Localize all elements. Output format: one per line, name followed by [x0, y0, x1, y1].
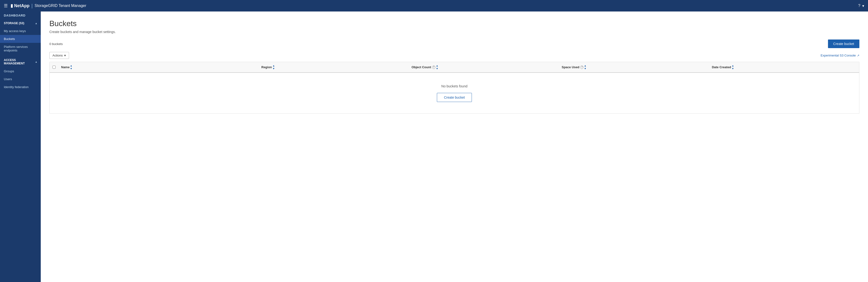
- buckets-table: Name ▴▾ Region ▴▾ Object Count ? ▴▾: [50, 62, 859, 114]
- actions-console-row: Actions ▾ Experimental S3 Console ↗: [50, 52, 859, 59]
- create-bucket-button-top[interactable]: Create bucket: [828, 39, 859, 48]
- netapp-logo: ▮ NetApp: [10, 3, 29, 8]
- th-space-used: Space Used ? ▴▾: [559, 64, 709, 70]
- actions-chevron-icon: ▾: [64, 54, 66, 57]
- page-title: Buckets: [50, 19, 859, 28]
- main-content: Buckets Create buckets and manage bucket…: [41, 11, 868, 282]
- actions-label: Actions: [53, 54, 63, 57]
- name-sort-icon[interactable]: ▴▾: [70, 64, 72, 70]
- toolbar-row: 0 buckets Create bucket: [50, 39, 859, 48]
- sidebar-item-identity-federation[interactable]: Identity federation: [0, 83, 41, 91]
- external-link-icon: ↗: [857, 54, 859, 57]
- select-all-checkbox[interactable]: [53, 66, 56, 69]
- select-all-checkbox-col: [50, 66, 58, 69]
- table-empty-state: No buckets found Create bucket: [50, 73, 859, 113]
- app-title: StorageGRID Tenant Manager: [34, 4, 86, 8]
- object-count-help-icon[interactable]: ?: [432, 66, 435, 69]
- brand: ▮ NetApp | StorageGRID Tenant Manager: [10, 3, 86, 9]
- th-region: Region ▴▾: [258, 64, 409, 70]
- page-subtitle: Create buckets and manage bucket setting…: [50, 30, 859, 34]
- sidebar-item-groups[interactable]: Groups: [0, 67, 41, 75]
- table-header: Name ▴▾ Region ▴▾ Object Count ? ▴▾: [50, 62, 859, 73]
- sidebar-access-section[interactable]: ACCESS MANAGEMENT ▴: [0, 56, 41, 67]
- space-used-sort-icon[interactable]: ▴▾: [585, 64, 586, 70]
- hamburger-menu-icon[interactable]: ☰: [4, 3, 8, 8]
- actions-dropdown[interactable]: Actions ▾: [50, 52, 69, 59]
- sidebar-item-my-access-keys[interactable]: My access keys: [0, 27, 41, 35]
- top-navigation: ☰ ▮ NetApp | StorageGRID Tenant Manager …: [0, 0, 868, 11]
- experimental-s3-console-link[interactable]: Experimental S3 Console ↗: [820, 54, 859, 57]
- th-date-created: Date Created ▴▾: [709, 64, 859, 70]
- brand-divider: |: [31, 3, 33, 9]
- sidebar-item-platform-services[interactable]: Platform services endpoints: [0, 43, 41, 54]
- sidebar-dashboard-item[interactable]: DASHBOARD: [0, 11, 41, 20]
- th-object-count: Object Count ? ▴▾: [409, 64, 559, 70]
- sidebar-item-buckets[interactable]: Buckets: [0, 35, 41, 43]
- sidebar-item-users[interactable]: Users: [0, 75, 41, 83]
- sidebar-storage-section[interactable]: STORAGE (S3) ▴: [0, 20, 41, 27]
- access-chevron-icon: ▴: [35, 60, 37, 64]
- bucket-count: 0 buckets: [50, 42, 63, 46]
- date-created-sort-icon[interactable]: ▴▾: [732, 64, 734, 70]
- help-icon[interactable]: ?: [858, 4, 860, 8]
- topnav-actions: ? ▾: [858, 4, 864, 8]
- help-chevron-icon[interactable]: ▾: [862, 4, 864, 8]
- create-bucket-button-empty[interactable]: Create bucket: [437, 93, 472, 102]
- th-name: Name ▴▾: [58, 64, 258, 70]
- object-count-sort-icon[interactable]: ▴▾: [436, 64, 438, 70]
- sidebar: DASHBOARD STORAGE (S3) ▴ My access keys …: [0, 11, 41, 282]
- region-sort-icon[interactable]: ▴▾: [273, 64, 274, 70]
- space-used-help-icon[interactable]: ?: [580, 66, 584, 69]
- storage-chevron-icon: ▴: [35, 22, 37, 25]
- no-buckets-message: No buckets found: [54, 84, 854, 88]
